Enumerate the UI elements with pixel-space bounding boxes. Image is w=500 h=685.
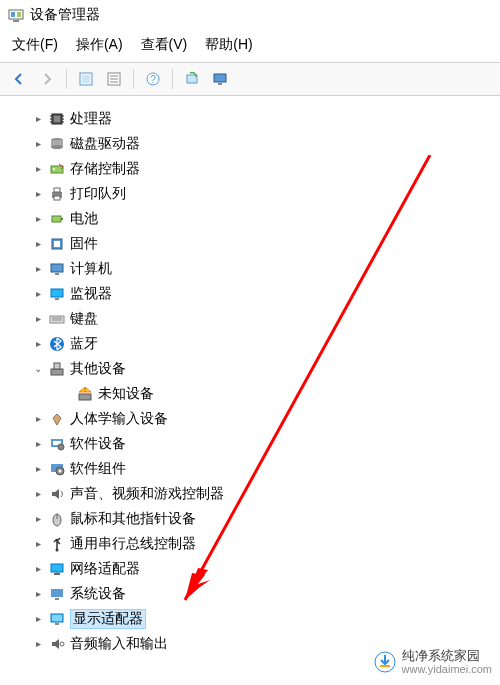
tree-item-label: 声音、视频和游戏控制器 bbox=[70, 485, 224, 503]
expander-icon[interactable]: ▸ bbox=[32, 288, 44, 300]
toolbar-separator bbox=[66, 69, 67, 89]
tree-item-software[interactable]: ▸软件设备 bbox=[0, 431, 500, 456]
expander-icon[interactable]: ▸ bbox=[32, 638, 44, 650]
svg-rect-29 bbox=[54, 188, 60, 192]
expander-icon[interactable]: ▸ bbox=[32, 463, 44, 475]
help-button[interactable]: ? bbox=[140, 67, 166, 91]
tree-item-hid[interactable]: ▸人体学输入设备 bbox=[0, 406, 500, 431]
tree-item-disk[interactable]: ▸磁盘驱动器 bbox=[0, 131, 500, 156]
svg-rect-26 bbox=[51, 166, 63, 173]
storage-icon bbox=[48, 160, 66, 178]
tree-item-label: 系统设备 bbox=[70, 585, 126, 603]
expander-icon[interactable]: ▸ bbox=[32, 538, 44, 550]
tree-item-label: 通用串行总线控制器 bbox=[70, 535, 196, 553]
tree-item-label: 存储控制器 bbox=[70, 160, 140, 178]
svg-point-56 bbox=[56, 548, 59, 551]
svg-rect-13 bbox=[214, 74, 226, 82]
system-icon bbox=[48, 585, 66, 603]
tree-item-label: 蓝牙 bbox=[70, 335, 98, 353]
menu-help[interactable]: 帮助(H) bbox=[205, 36, 252, 54]
expander-icon[interactable]: ▸ bbox=[32, 238, 44, 250]
tree-item-computer[interactable]: ▸计算机 bbox=[0, 256, 500, 281]
svg-rect-45 bbox=[79, 394, 91, 400]
hid-icon bbox=[48, 410, 66, 428]
tree-item-sound[interactable]: ▸声音、视频和游戏控制器 bbox=[0, 481, 500, 506]
expander-icon[interactable]: ⌄ bbox=[32, 363, 44, 375]
svg-point-25 bbox=[51, 145, 63, 149]
tree-item-label: 其他设备 bbox=[70, 360, 126, 378]
expander-icon[interactable]: ▸ bbox=[32, 563, 44, 575]
monitor-icon bbox=[48, 285, 66, 303]
tree-item-battery[interactable]: ▸电池 bbox=[0, 206, 500, 231]
tree-item-usb[interactable]: ▸通用串行总线控制器 bbox=[0, 531, 500, 556]
expander-icon[interactable]: ▸ bbox=[32, 313, 44, 325]
menu-file[interactable]: 文件(F) bbox=[12, 36, 58, 54]
tree-item-component[interactable]: ▸软件组件 bbox=[0, 456, 500, 481]
properties-button[interactable] bbox=[101, 67, 127, 91]
tree-item-bluetooth[interactable]: ▸蓝牙 bbox=[0, 331, 500, 356]
tree-item-system[interactable]: ▸系统设备 bbox=[0, 581, 500, 606]
expander-icon[interactable]: ▸ bbox=[32, 263, 44, 275]
menu-view[interactable]: 查看(V) bbox=[141, 36, 188, 54]
unknown-icon: ! bbox=[76, 385, 94, 403]
tree-item-unknown[interactable]: !未知设备 bbox=[0, 381, 500, 406]
svg-rect-2 bbox=[17, 12, 21, 17]
tree-item-label: 键盘 bbox=[70, 310, 98, 328]
window-title: 设备管理器 bbox=[30, 6, 100, 24]
svg-rect-1 bbox=[11, 12, 15, 17]
monitor-button[interactable] bbox=[207, 67, 233, 91]
tree-item-network[interactable]: ▸网络适配器 bbox=[0, 556, 500, 581]
toolbar: ? bbox=[0, 62, 500, 96]
tree-item-keyboard[interactable]: ▸键盘 bbox=[0, 306, 500, 331]
tree-item-label: 软件组件 bbox=[70, 460, 126, 478]
tree-item-mouse[interactable]: ▸鼠标和其他指针设备 bbox=[0, 506, 500, 531]
svg-rect-31 bbox=[52, 216, 61, 222]
forward-button[interactable] bbox=[34, 67, 60, 91]
tree-item-label: 处理器 bbox=[70, 110, 112, 128]
tree-item-label: 固件 bbox=[70, 235, 98, 253]
expander-icon[interactable]: ▸ bbox=[32, 513, 44, 525]
expander-icon[interactable]: ▸ bbox=[32, 613, 44, 625]
expander-icon[interactable]: ▸ bbox=[32, 113, 44, 125]
svg-rect-60 bbox=[51, 589, 63, 597]
app-icon bbox=[8, 7, 24, 23]
svg-point-50 bbox=[58, 444, 64, 450]
tree-item-display[interactable]: ▸显示适配器 bbox=[0, 606, 500, 631]
svg-rect-30 bbox=[54, 196, 60, 200]
tree-item-label: 鼠标和其他指针设备 bbox=[70, 510, 196, 528]
svg-rect-3 bbox=[13, 20, 19, 22]
watermark-brand: 纯净系统家园 bbox=[402, 649, 492, 663]
expander-icon[interactable]: ▸ bbox=[32, 438, 44, 450]
tree-item-printer[interactable]: ▸打印队列 bbox=[0, 181, 500, 206]
show-hidden-button[interactable] bbox=[73, 67, 99, 91]
back-button[interactable] bbox=[6, 67, 32, 91]
expander-icon[interactable]: ▸ bbox=[32, 413, 44, 425]
sound-icon bbox=[48, 485, 66, 503]
tree-item-storage[interactable]: ▸存储控制器 bbox=[0, 156, 500, 181]
menu-action[interactable]: 操作(A) bbox=[76, 36, 123, 54]
tree-item-firmware[interactable]: ▸固件 bbox=[0, 231, 500, 256]
svg-text:?: ? bbox=[150, 74, 156, 85]
toolbar-separator bbox=[133, 69, 134, 89]
usb-icon bbox=[48, 535, 66, 553]
expander-icon[interactable]: ▸ bbox=[32, 138, 44, 150]
tree-item-label: 监视器 bbox=[70, 285, 112, 303]
tree-item-label: 人体学输入设备 bbox=[70, 410, 168, 428]
expander-icon[interactable]: ▸ bbox=[32, 213, 44, 225]
firmware-icon bbox=[48, 235, 66, 253]
scan-button[interactable] bbox=[179, 67, 205, 91]
tree-item-label: 未知设备 bbox=[98, 385, 154, 403]
tree-item-monitor[interactable]: ▸监视器 bbox=[0, 281, 500, 306]
tree-item-other[interactable]: ⌄其他设备 bbox=[0, 356, 500, 381]
expander-icon[interactable]: ▸ bbox=[32, 338, 44, 350]
audio-icon bbox=[48, 635, 66, 653]
tree-item-cpu[interactable]: ▸处理器 bbox=[0, 106, 500, 131]
svg-rect-35 bbox=[51, 264, 63, 272]
expander-icon[interactable]: ▸ bbox=[32, 188, 44, 200]
svg-rect-63 bbox=[55, 623, 59, 625]
cpu-icon bbox=[48, 110, 66, 128]
expander-icon[interactable]: ▸ bbox=[32, 588, 44, 600]
expander-icon[interactable]: ▸ bbox=[32, 488, 44, 500]
svg-rect-34 bbox=[54, 241, 60, 247]
expander-icon[interactable]: ▸ bbox=[32, 163, 44, 175]
